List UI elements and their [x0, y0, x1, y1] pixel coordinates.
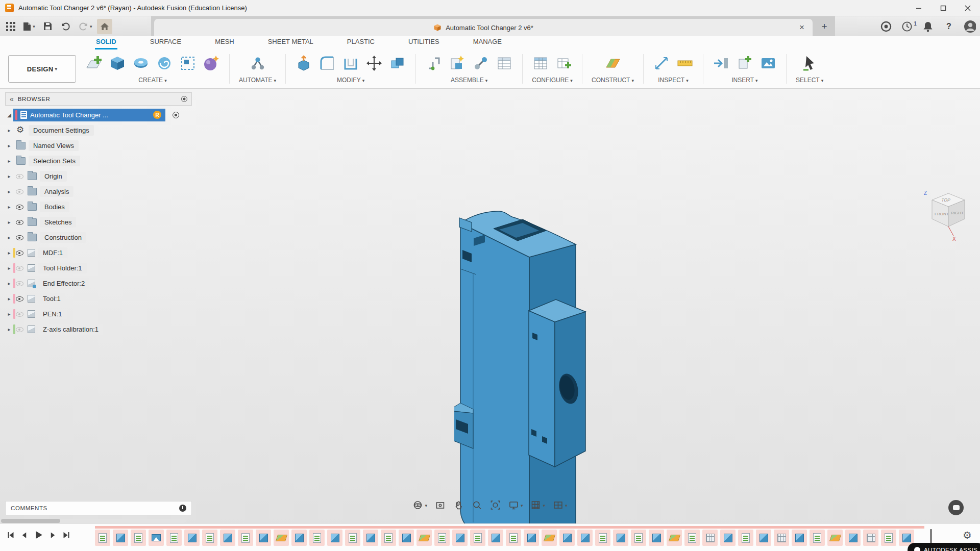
- joint-origin-icon[interactable]: [425, 55, 443, 72]
- disclosure-icon[interactable]: ▸: [5, 250, 13, 256]
- derive-icon[interactable]: [713, 55, 730, 72]
- ribbon-tab[interactable]: MESH: [214, 36, 235, 49]
- home-view-button[interactable]: [97, 19, 112, 34]
- configure-table-icon[interactable]: [532, 55, 549, 72]
- browser-row[interactable]: ▸ Origin: [5, 168, 192, 184]
- browser-row[interactable]: ▸ Tool:1: [5, 291, 192, 306]
- horizontal-scrollbar[interactable]: [1, 519, 186, 523]
- create-revolve-icon[interactable]: [132, 55, 150, 72]
- automate-menu[interactable]: AUTOMATE▾: [239, 77, 276, 84]
- timeline-feature[interactable]: [345, 530, 360, 546]
- feedback-chat-button[interactable]: [948, 500, 964, 515]
- construct-menu[interactable]: CONSTRUCT▾: [592, 77, 634, 84]
- workspace-selector[interactable]: DESIGN▾: [8, 55, 76, 83]
- timeline-feature[interactable]: [488, 530, 503, 546]
- timeline-feature[interactable]: [827, 530, 843, 546]
- new-tab-button[interactable]: +: [818, 20, 831, 33]
- modify-menu[interactable]: MODIFY▾: [337, 77, 364, 84]
- browser-row[interactable]: ▸ Construction: [5, 230, 192, 245]
- disclosure-icon[interactable]: ▸: [5, 173, 13, 179]
- browser-display-toggle-icon[interactable]: [181, 96, 187, 102]
- visibility-eye-icon[interactable]: [15, 218, 25, 226]
- close-button[interactable]: [955, 0, 980, 16]
- browser-row[interactable]: ▸ Z-axis calibration:1: [5, 321, 192, 337]
- visibility-eye-icon[interactable]: [15, 248, 25, 257]
- comments-info-icon[interactable]: [179, 505, 186, 512]
- insert-mesh-icon[interactable]: [736, 55, 753, 72]
- create-menu[interactable]: CREATE▾: [138, 77, 166, 84]
- create-form-icon[interactable]: [203, 55, 220, 72]
- automate-icon[interactable]: [249, 55, 266, 72]
- user-avatar[interactable]: [964, 20, 976, 33]
- display-settings-button[interactable]: ▾: [508, 500, 523, 511]
- bom-table-icon[interactable]: [496, 55, 513, 72]
- configure-menu[interactable]: CONFIGURE▾: [532, 77, 573, 84]
- disclosure-icon[interactable]: ▸: [5, 219, 13, 225]
- disclosure-icon[interactable]: ▸: [5, 204, 13, 210]
- browser-collapse-icon[interactable]: «: [10, 95, 14, 103]
- shell-icon[interactable]: [342, 55, 359, 72]
- browser-item-label[interactable]: Named Views: [29, 140, 79, 151]
- tab-close-icon[interactable]: ×: [796, 22, 807, 33]
- timeline-feature[interactable]: [416, 530, 432, 546]
- timeline-feature[interactable]: [256, 530, 271, 546]
- ribbon-tab[interactable]: PLASTIC: [346, 36, 376, 49]
- inspect-menu[interactable]: INSPECT▾: [658, 77, 689, 84]
- disclosure-icon[interactable]: ▸: [5, 128, 13, 133]
- browser-item-label[interactable]: Selection Sets: [29, 156, 80, 166]
- timeline-feature[interactable]: [381, 530, 396, 546]
- construction-plane-icon[interactable]: [604, 55, 622, 72]
- canvas-icon[interactable]: [760, 55, 777, 72]
- browser-row[interactable]: ▸ Document Settings: [5, 122, 192, 138]
- browser-item-label[interactable]: Bodies: [40, 202, 69, 212]
- browser-row[interactable]: ▸ Tool Holder:1: [5, 260, 192, 276]
- press-pull-icon[interactable]: [295, 55, 312, 72]
- browser-item-label[interactable]: MDF:1: [38, 247, 67, 258]
- scrollbar-thumb[interactable]: [1, 519, 60, 523]
- timeline-feature[interactable]: [684, 530, 700, 546]
- browser-item-label[interactable]: End Effector:2: [38, 278, 89, 289]
- timeline-feature[interactable]: [595, 530, 610, 546]
- history-clock-icon[interactable]: 1: [901, 20, 913, 33]
- visibility-eye-icon[interactable]: [15, 187, 25, 195]
- ribbon-tab[interactable]: MANAGE: [472, 36, 503, 49]
- timeline-feature[interactable]: [506, 530, 521, 546]
- timeline-feature[interactable]: [631, 530, 646, 546]
- disclosure-icon[interactable]: ▸: [5, 235, 13, 240]
- browser-row[interactable]: ▸ Named Views: [5, 138, 192, 153]
- fillet-icon[interactable]: [318, 55, 336, 72]
- viewports-button[interactable]: ▾: [553, 500, 568, 511]
- combine-icon[interactable]: [389, 55, 406, 72]
- timeline-feature[interactable]: [220, 530, 235, 546]
- save-button[interactable]: [40, 19, 55, 34]
- minimize-button[interactable]: [906, 0, 931, 16]
- timeline-feature[interactable]: [166, 530, 182, 546]
- visibility-eye-icon[interactable]: [15, 172, 25, 180]
- pan-button[interactable]: [453, 500, 464, 511]
- insert-menu[interactable]: INSERT▾: [731, 77, 757, 84]
- disclosure-icon[interactable]: ▸: [5, 281, 13, 286]
- browser-item-label[interactable]: Origin: [40, 171, 67, 182]
- timeline-feature[interactable]: [113, 530, 128, 546]
- browser-root-row[interactable]: ◢ Automatic Tool Changer ... R: [5, 107, 192, 122]
- timeline-feature[interactable]: [291, 530, 307, 546]
- timeline-feature[interactable]: [542, 530, 557, 546]
- timeline-feature[interactable]: [577, 530, 593, 546]
- visibility-eye-icon[interactable]: [15, 325, 25, 333]
- timeline-feature[interactable]: [613, 530, 628, 546]
- fit-button[interactable]: [490, 500, 501, 511]
- timeline-feature[interactable]: [274, 530, 289, 546]
- timeline-settings-gear-icon[interactable]: [963, 529, 972, 541]
- browser-row[interactable]: ▸ End Effector:2: [5, 276, 192, 291]
- browser-item-label[interactable]: Construction: [40, 232, 86, 243]
- timeline-feature[interactable]: [399, 530, 414, 546]
- go-to-start-button[interactable]: [6, 531, 15, 539]
- app-grid-button[interactable]: [3, 19, 18, 34]
- disclosure-icon[interactable]: ▸: [5, 265, 13, 271]
- grid-layout-button[interactable]: ▾: [531, 500, 546, 511]
- ribbon-tab[interactable]: SOLID: [95, 36, 117, 49]
- timeline-feature[interactable]: [810, 530, 825, 546]
- disclosure-open-icon[interactable]: ◢: [5, 112, 13, 118]
- document-tab[interactable]: Automatic Tool Changer 2 v6* ×: [154, 19, 813, 36]
- timeline-feature[interactable]: [649, 530, 664, 546]
